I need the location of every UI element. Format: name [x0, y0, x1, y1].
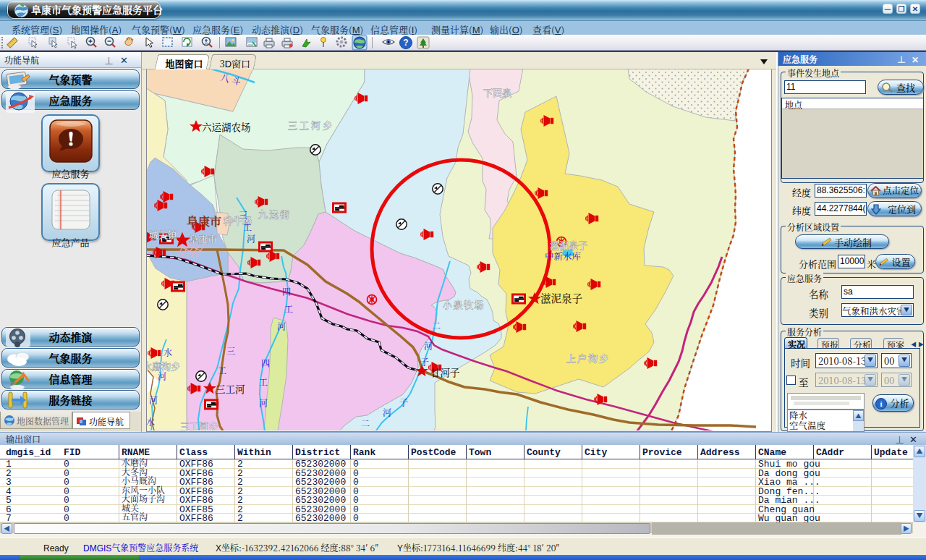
svg-text:工: 工: [284, 302, 293, 315]
svg-text:三工河乡: 三工河乡: [288, 118, 334, 132]
svg-text:三: 三: [239, 208, 247, 221]
svg-text:河: 河: [424, 339, 433, 352]
svg-text:工: 工: [218, 364, 226, 376]
svg-text:河: 河: [383, 406, 391, 418]
svg-text:阜康市: 阜康市: [189, 232, 217, 245]
svg-text:甘河子: 甘河子: [430, 365, 460, 379]
svg-text:河: 河: [259, 396, 268, 409]
svg-text:子: 子: [420, 355, 429, 368]
svg-text:四: 四: [282, 285, 291, 297]
svg-text:二: 二: [432, 319, 441, 331]
svg-text:河: 河: [158, 370, 166, 382]
svg-text:三: 三: [226, 344, 235, 357]
svg-text:九运街: 九运街: [258, 207, 291, 221]
svg-text:四: 四: [261, 357, 270, 369]
svg-text:小泉牧场: 小泉牧场: [443, 297, 485, 311]
svg-text:上户沟乡: 上户沟乡: [566, 351, 610, 365]
svg-text:i: i: [880, 399, 882, 408]
svg-text:三工河: 三工河: [216, 381, 245, 396]
svg-text:阜康市: 阜康市: [187, 213, 221, 229]
svg-text:中新水库: 中新水库: [545, 250, 582, 263]
svg-text:六运湖农场: 六运湖农场: [202, 119, 251, 134]
svg-text:下西泉: 下西泉: [483, 85, 511, 99]
svg-text:滋泥泉子: 滋泥泉子: [540, 290, 582, 305]
svg-text:工: 工: [259, 376, 268, 388]
svg-text:河: 河: [149, 394, 158, 406]
svg-text:二: 二: [361, 417, 370, 429]
svg-text:河: 河: [277, 320, 286, 332]
svg-text:城关镇: 城关镇: [149, 227, 178, 241]
svg-text:水: 水: [147, 415, 155, 428]
svg-text:工: 工: [243, 221, 252, 233]
svg-text:河: 河: [247, 232, 255, 245]
svg-text:水: 水: [163, 346, 172, 358]
svg-text:三工河乡: 三工河乡: [180, 419, 218, 430]
svg-text:?: ?: [403, 38, 408, 48]
svg-text:子: 子: [399, 396, 408, 408]
